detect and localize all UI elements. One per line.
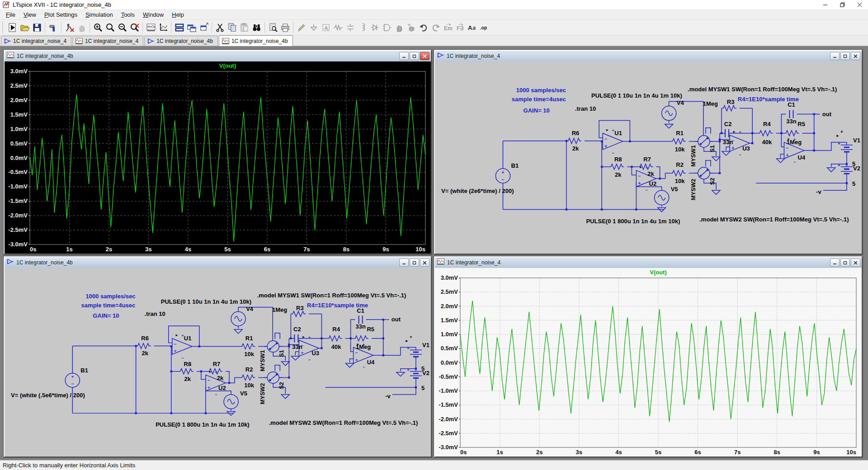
schematic-label[interactable]: MYSW1	[259, 350, 266, 371]
schematic-label[interactable]: PULSE(0 1 10u 1n 1n 4u 1m 10k)	[591, 92, 682, 99]
print-preview-button[interactable]	[267, 21, 279, 33]
schematic-label[interactable]: U4	[367, 359, 375, 366]
plot-svg[interactable]: 3.0mV2.5mV2.0mV1.5mV1.0mV0.5mV0.0mV-0.5m…	[435, 268, 862, 456]
menu-tools[interactable]: Tools	[117, 10, 139, 19]
schematic-label[interactable]: R6	[141, 335, 149, 342]
schematic-label[interactable]: R5	[367, 326, 374, 333]
pan-button[interactable]	[75, 21, 88, 33]
schematic-label[interactable]: 2k	[142, 350, 148, 357]
schematic-label[interactable]: C2	[724, 121, 732, 127]
schematic-label[interactable]: V2	[853, 165, 860, 172]
window-minimize-button[interactable]	[816, 0, 834, 10]
schematic-label[interactable]: -v	[816, 188, 821, 195]
schematic-label[interactable]: U1	[184, 335, 192, 342]
schematic-label[interactable]: out	[392, 316, 401, 323]
schematic-svg[interactable]: −++−▸−++−▸−++−▸−++−▸+−++▸+1000 samples/s…	[5, 268, 431, 456]
schematic-label[interactable]: 1000 samples/sec	[516, 87, 566, 94]
schematic-label[interactable]: .model MYSW2 SW(Ron=1 Roff=100Meg Vt=.5 …	[269, 419, 418, 426]
component-button[interactable]	[381, 21, 393, 33]
waveform-plot-area[interactable]: 3.0mV2.5mV2.0mV1.5mV1.0mV0.5mV0.0mV-0.5m…	[435, 268, 862, 456]
trace-title[interactable]: V(out)	[650, 269, 667, 276]
plot-settings-button[interactable]	[157, 21, 169, 33]
schematic-label[interactable]: S1	[278, 350, 285, 357]
schematic-label[interactable]: MYSW2	[690, 179, 697, 200]
schematic-label[interactable]: MYSW1	[690, 145, 697, 167]
schematic-label[interactable]: 40k	[762, 139, 772, 146]
schematic-label[interactable]: U3	[742, 145, 750, 152]
child-close-button[interactable]	[851, 258, 860, 267]
schematic-label[interactable]: V5	[671, 186, 678, 193]
schematic-label[interactable]: .model MYSW1 SW(Ron=1 Roff=100Meg Vt=.5 …	[257, 292, 406, 299]
schematic-label[interactable]: V4	[246, 306, 254, 312]
open-button[interactable]	[19, 21, 31, 33]
tab-1c-integrator_noise_4b-4[interactable]: 1C integrator_noise_4b	[219, 35, 293, 46]
cascade-button[interactable]	[185, 21, 198, 33]
move-button[interactable]	[393, 21, 405, 33]
schematic-label[interactable]: 10k	[244, 382, 255, 389]
schematic-label[interactable]: R3	[727, 99, 735, 105]
schematic-label[interactable]: 10k	[244, 351, 255, 357]
schematic-label[interactable]: sample time=4usec	[512, 96, 566, 103]
drag-button[interactable]	[405, 21, 417, 33]
child-restore-button[interactable]	[410, 52, 419, 60]
schematic-label[interactable]: R1	[245, 335, 253, 342]
print-button[interactable]	[279, 21, 291, 33]
schematic-label[interactable]: C1	[357, 307, 364, 314]
menu-view[interactable]: View	[19, 10, 40, 19]
schematic-label[interactable]: PULSE(0 1 800u 1n 1n 4u 1m 10k)	[586, 218, 680, 225]
schematic-label[interactable]: U2	[218, 385, 226, 391]
zoom-extents-button[interactable]	[104, 21, 116, 33]
child-close-button[interactable]	[851, 52, 860, 60]
capacitor-button[interactable]	[344, 21, 356, 33]
find-button[interactable]	[250, 21, 263, 33]
schematic-label[interactable]: U4	[798, 154, 806, 161]
redo-button[interactable]	[429, 21, 442, 33]
menu-file[interactable]: File	[2, 10, 19, 19]
run-button[interactable]	[6, 21, 19, 33]
schematic-label[interactable]: sample time=4usec	[81, 302, 136, 309]
child-restore-button[interactable]	[840, 52, 850, 60]
schematic-label[interactable]: 33n	[355, 323, 366, 330]
schematic-label[interactable]: 5	[852, 180, 855, 187]
schematic-label[interactable]: R2	[676, 161, 684, 168]
waveform-plot-area[interactable]: 3.0mV2.5mV2.0mV1.5mV1.0mV0.5mV0.0mV-0.5m…	[5, 61, 431, 254]
schematic-label[interactable]: 5	[421, 385, 425, 391]
schematic-label[interactable]: 10k	[675, 146, 685, 153]
tab-1c-integrator_noise_4-1[interactable]: 1C integrator_noise_4	[1, 36, 71, 46]
child-close-button[interactable]	[420, 258, 429, 267]
schematic-label[interactable]: R5	[797, 121, 805, 127]
schematic-label[interactable]: 2k	[647, 170, 654, 177]
schematic-label[interactable]: 1Meg	[272, 306, 287, 313]
text-button[interactable]: Aa	[466, 21, 478, 33]
schematic-canvas[interactable]: −++−▸−++−▸−++−▸−++−▸+−++▸+1000 samples/s…	[435, 61, 862, 254]
schematic-label[interactable]: V5	[240, 390, 247, 397]
schematic-label[interactable]: R2	[245, 366, 253, 373]
label-button[interactable]: A	[320, 21, 332, 33]
paste-button[interactable]	[238, 21, 250, 33]
schematic-label[interactable]: GAIN= 10	[524, 107, 550, 114]
schematic-label[interactable]: V4	[677, 99, 684, 106]
schematic-label[interactable]: R8	[184, 361, 192, 367]
schematic-label[interactable]: -v	[385, 393, 391, 400]
schematic-label[interactable]: R4	[332, 326, 340, 333]
zoom-back-button[interactable]	[128, 21, 141, 33]
schematic-label[interactable]: 33n	[786, 118, 796, 125]
child-minimize-button[interactable]	[399, 52, 409, 60]
schematic-label[interactable]: .model MYSW1 SW(Ron=1 Roff=100Meg Vt=.5 …	[688, 86, 837, 93]
schematic-label[interactable]: R7	[213, 361, 221, 367]
schematic-label[interactable]: C2	[293, 326, 301, 333]
schematic-label[interactable]: .model MYSW2 SW(Ron=1 Roff=100Meg Vt=.5 …	[699, 216, 849, 223]
schematic-label[interactable]: out	[822, 111, 832, 118]
tile-horizontal-button[interactable]	[173, 21, 185, 33]
schematic-label[interactable]: V= (white (.5e6*time) / 200)	[11, 392, 85, 399]
control-panel-button[interactable]	[47, 21, 59, 33]
child-titlebar[interactable]: 1C integrator_noise_4b	[5, 51, 431, 61]
schematic-label[interactable]: 1Meg	[356, 344, 371, 351]
schematic-label[interactable]: PULSE(0 1 10u 1n 1n 4u 1m 10k)	[161, 298, 251, 305]
schematic-label[interactable]: R1	[676, 130, 684, 136]
schematic-label[interactable]: B1	[80, 367, 88, 374]
halt-button[interactable]	[63, 21, 75, 33]
schematic-label[interactable]: 2k	[615, 171, 622, 178]
undo-button[interactable]	[417, 21, 429, 33]
rotate-button[interactable]: FƎ	[454, 21, 466, 33]
